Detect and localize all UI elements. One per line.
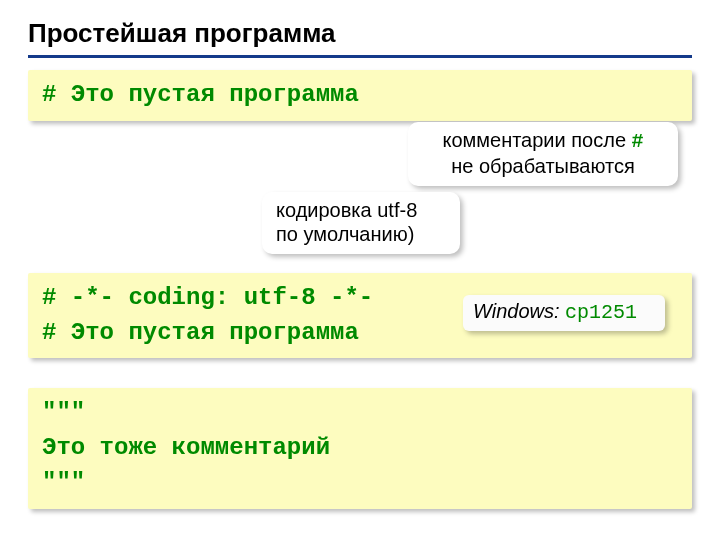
code-block-3: """ Это тоже комментарий """ — [28, 388, 692, 508]
callout-windows-codepage: Windows: cp1251 — [463, 295, 665, 331]
callout-label: Windows: — [473, 300, 565, 322]
hash-symbol: # — [632, 130, 644, 153]
code-line: """ — [42, 396, 678, 431]
title-underline — [28, 55, 692, 58]
code-line: # Это пустая программа — [42, 78, 678, 113]
callout-comments-after-hash: комментарии после # не обрабатываются — [408, 122, 678, 186]
slide: Простейшая программа # Это пустая програ… — [0, 0, 720, 540]
callout-default-encoding: кодировка utf-8 по умолчанию) — [262, 192, 460, 254]
code-line: Это тоже комментарий — [42, 431, 678, 466]
callout-value: cp1251 — [565, 301, 637, 324]
callout-text: не обрабатываются — [451, 155, 635, 177]
callout-text: по умолчанию) — [276, 223, 414, 245]
code-block-1: # Это пустая программа — [28, 70, 692, 121]
page-title: Простейшая программа — [28, 18, 692, 49]
callout-text: комментарии после — [442, 129, 631, 151]
callout-text: кодировка utf-8 — [276, 199, 417, 221]
code-line: """ — [42, 466, 678, 501]
